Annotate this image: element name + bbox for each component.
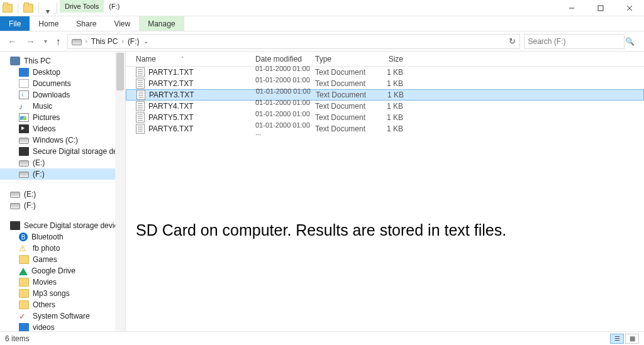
refresh-button[interactable]: ↻ — [509, 36, 516, 46]
folder-icon — [19, 255, 29, 264]
tree-item-label: This PC — [24, 57, 51, 65]
tree-item[interactable]: Movies — [0, 277, 125, 288]
drive-icon — [10, 192, 20, 198]
desktop-icon — [19, 323, 29, 331]
tree-item-label: System Software — [33, 312, 90, 320]
down-icon — [19, 90, 29, 99]
folder-icon — [19, 278, 29, 287]
tree-item-label: Desktop — [33, 68, 60, 77]
tree-item-label: Google Drive — [31, 266, 75, 275]
tab-home[interactable]: Home — [30, 16, 67, 31]
file-size: 1 KB — [372, 113, 403, 122]
icons-view-button[interactable]: ▦ — [625, 334, 639, 344]
file-size: 1 KB — [372, 102, 403, 111]
tab-view[interactable]: View — [105, 16, 139, 31]
col-type[interactable]: Type — [315, 55, 372, 63]
tree-item-label: videos — [33, 323, 55, 331]
tree-item[interactable]: (E:) — [0, 157, 125, 168]
svg-rect-1 — [598, 6, 603, 11]
file-name: PARTY4.TXT — [148, 102, 194, 111]
breadcrumb[interactable]: This PC — [91, 37, 118, 46]
qat-dropdown-icon[interactable]: ▾ — [44, 8, 52, 15]
tree-item[interactable]: Videos — [0, 123, 125, 134]
file-row[interactable]: PARTY4.TXT01-01-2000 01:00 ...Text Docum… — [126, 101, 644, 112]
text-file-icon — [136, 67, 145, 77]
chevron-right-icon: › — [122, 38, 124, 45]
drive-icon — [19, 172, 29, 178]
col-size[interactable]: Size — [372, 55, 403, 63]
up-button[interactable]: ↑ — [53, 35, 64, 48]
tree-item[interactable]: Windows (C:) — [0, 134, 125, 146]
tree-item[interactable]: videos — [0, 322, 125, 331]
tree-item[interactable]: Documents — [0, 78, 125, 89]
column-headers[interactable]: Name˄ Date modified Type Size — [126, 52, 644, 67]
vid-icon — [19, 124, 29, 133]
tree-item[interactable]: Secure Digital storage device (D:) — [0, 220, 125, 231]
search-input[interactable] — [528, 37, 623, 46]
tree-item[interactable]: ♪Music — [0, 101, 125, 112]
details-view-button[interactable]: ☰ — [610, 334, 624, 344]
tree-item[interactable]: BBluetooth — [0, 231, 125, 243]
search-box[interactable]: 🔍 — [524, 34, 625, 49]
address-dropdown-icon[interactable]: ⌄ — [143, 38, 148, 45]
file-size: 1 KB — [372, 68, 403, 77]
file-row[interactable]: PARTY3.TXT01-01-2000 01:00 ...Text Docum… — [126, 89, 644, 101]
window-title: (F:) — [104, 0, 125, 16]
minimize-button[interactable] — [557, 0, 586, 16]
back-button[interactable]: ← — [5, 35, 19, 48]
drive-icon — [19, 138, 29, 144]
file-type: Text Document — [315, 102, 372, 111]
tree-item[interactable]: Google Drive — [0, 265, 125, 277]
history-dropdown-icon[interactable]: ▾ — [42, 36, 50, 46]
file-row[interactable]: PARTY1.TXT01-01-2000 01:00 ...Text Docum… — [126, 67, 644, 78]
close-button[interactable] — [615, 0, 644, 16]
maximize-button[interactable] — [586, 0, 615, 16]
tree-item[interactable]: (E:) — [0, 189, 125, 200]
tree-item[interactable]: (F:) — [0, 200, 125, 211]
sd-icon — [10, 221, 20, 230]
google-drive-icon — [19, 268, 28, 275]
file-name: PARTY1.TXT — [148, 68, 194, 77]
separator — [18, 3, 18, 14]
separator — [57, 3, 57, 14]
tree-item[interactable]: Others — [0, 299, 125, 310]
tab-manage[interactable]: Manage — [139, 16, 184, 31]
col-name[interactable]: Name — [136, 55, 156, 63]
file-row[interactable]: PARTY6.TXT01-01-2000 01:00 ...Text Docum… — [126, 123, 644, 134]
file-size: 1 KB — [372, 90, 404, 99]
address-bar[interactable]: › This PC › (F:) ⌄ ↻ — [67, 34, 520, 49]
check-icon: ✓ — [19, 312, 29, 320]
file-row[interactable]: PARTY2.TXT01-01-2000 01:00 ...Text Docum… — [126, 78, 644, 89]
scrollbar[interactable] — [115, 52, 125, 331]
scrollbar-thumb[interactable] — [116, 53, 124, 90]
tree-item[interactable]: Games — [0, 254, 125, 265]
col-date[interactable]: Date modified — [255, 55, 315, 63]
tree-item[interactable]: ⚠fb photo — [0, 243, 125, 254]
tree-item[interactable]: (F:) — [0, 168, 125, 180]
search-icon[interactable]: 🔍 — [625, 37, 635, 46]
tree-item[interactable]: Secure Digital storage device (D:) — [0, 146, 125, 157]
forward-button[interactable]: → — [23, 35, 38, 48]
tree-item[interactable]: ✓System Software — [0, 310, 125, 322]
file-size: 1 KB — [372, 79, 403, 88]
doc-icon — [19, 79, 29, 88]
desktop-icon — [19, 68, 29, 77]
warning-icon: ⚠ — [19, 244, 29, 253]
tree-item[interactable]: Mp3 songs — [0, 288, 125, 299]
tree-item-label: Mp3 songs — [33, 289, 70, 298]
music-icon: ♪ — [19, 102, 29, 111]
nav-tree[interactable]: This PCDesktopDocumentsDownloads♪MusicPi… — [0, 52, 126, 331]
tab-share[interactable]: Share — [67, 16, 105, 31]
tree-item-label: Windows (C:) — [33, 136, 78, 145]
sort-asc-icon: ˄ — [181, 56, 184, 62]
tab-file[interactable]: File — [0, 16, 30, 31]
tree-item[interactable]: Desktop — [0, 67, 125, 78]
tree-item[interactable]: Downloads — [0, 89, 125, 101]
file-type: Text Document — [316, 90, 372, 99]
title-bar-left: ▾ — [0, 0, 60, 16]
file-row[interactable]: PARTY5.TXT01-01-2000 01:00 ...Text Docum… — [126, 112, 644, 123]
tree-item-label: fb photo — [33, 244, 60, 253]
tree-item[interactable]: Pictures — [0, 112, 125, 123]
breadcrumb[interactable]: (F:) — [128, 37, 140, 46]
tree-item[interactable]: This PC — [0, 55, 125, 67]
